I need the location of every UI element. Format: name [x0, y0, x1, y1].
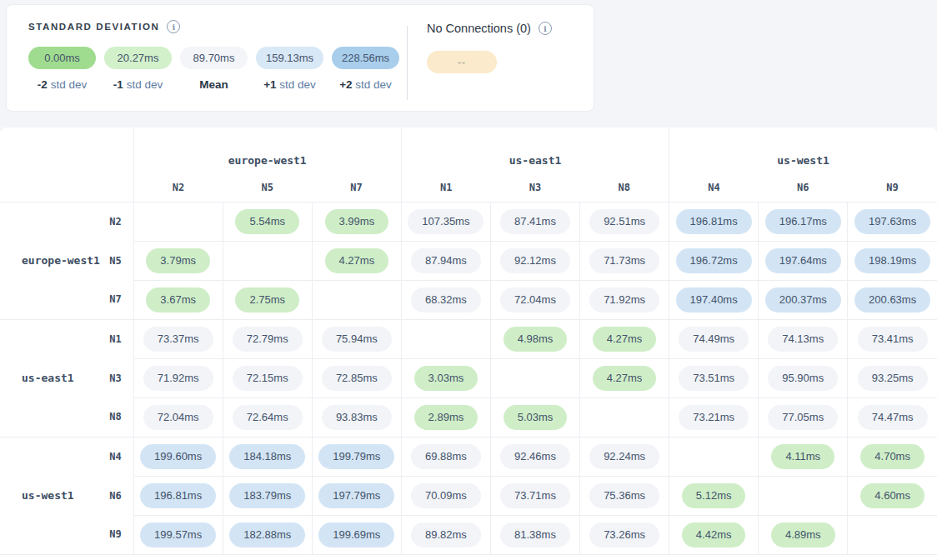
latency-pill[interactable]: 71.92ms: [589, 288, 659, 312]
latency-pill[interactable]: 197.79ms: [318, 483, 394, 508]
latency-pill[interactable]: 184.18ms: [229, 444, 305, 469]
latency-cell: [580, 398, 669, 437]
latency-pill[interactable]: 107.35ms: [408, 209, 484, 234]
latency-pill[interactable]: 5.03ms: [504, 405, 568, 430]
latency-pill[interactable]: 72.64ms: [233, 405, 303, 430]
latency-cell: 199.69ms: [312, 515, 401, 554]
latency-cell: 72.79ms: [223, 319, 312, 358]
latency-pill[interactable]: 199.57ms: [140, 522, 216, 548]
row-header-n9: N9: [0, 515, 133, 554]
latency-pill[interactable]: 196.81ms: [676, 209, 752, 234]
latency-cell: 4.60ms: [848, 476, 937, 515]
latency-cell: 70.09ms: [401, 476, 490, 515]
latency-pill[interactable]: 92.24ms: [589, 444, 659, 469]
latency-pill[interactable]: 93.25ms: [858, 366, 928, 391]
latency-pill[interactable]: 93.83ms: [322, 405, 392, 430]
latency-pill[interactable]: 200.63ms: [854, 288, 930, 312]
latency-pill[interactable]: 87.41ms: [500, 209, 570, 234]
latency-pill[interactable]: 75.94ms: [322, 327, 392, 352]
latency-pill[interactable]: 77.05ms: [768, 405, 838, 430]
latency-cell: 73.26ms: [580, 515, 669, 554]
latency-cell: 3.03ms: [401, 358, 490, 398]
latency-cell: 75.36ms: [580, 476, 669, 515]
latency-pill[interactable]: 4.60ms: [860, 483, 924, 508]
latency-pill[interactable]: 73.51ms: [679, 366, 749, 391]
column-header-n5: N5: [223, 174, 312, 202]
latency-pill[interactable]: 4.27ms: [325, 248, 389, 273]
latency-pill[interactable]: 2.89ms: [414, 405, 479, 430]
row-header-n7: N7: [0, 280, 133, 319]
latency-pill[interactable]: 72.85ms: [322, 366, 392, 391]
latency-cell: 197.40ms: [669, 280, 759, 319]
latency-cell: 5.54ms: [223, 202, 312, 241]
latency-pill[interactable]: 197.40ms: [676, 288, 752, 312]
latency-pill[interactable]: 4.89ms: [771, 522, 835, 548]
latency-pill[interactable]: 3.67ms: [146, 288, 210, 312]
latency-pill[interactable]: 74.13ms: [768, 327, 838, 352]
latency-cell: 4.98ms: [490, 319, 579, 358]
latency-cell: 81.38ms: [490, 515, 579, 554]
latency-pill[interactable]: 73.41ms: [858, 327, 928, 352]
latency-pill[interactable]: 74.49ms: [679, 327, 749, 352]
latency-pill[interactable]: 72.79ms: [233, 327, 303, 352]
latency-pill[interactable]: 199.60ms: [140, 444, 216, 469]
latency-pill[interactable]: 4.98ms: [504, 327, 568, 352]
latency-pill[interactable]: 199.69ms: [318, 522, 394, 548]
latency-pill[interactable]: 71.73ms: [589, 248, 659, 273]
latency-pill[interactable]: 92.51ms: [589, 209, 659, 234]
latency-pill[interactable]: 73.37ms: [143, 327, 213, 352]
latency-cell: 183.79ms: [223, 476, 312, 515]
latency-pill[interactable]: 196.81ms: [140, 483, 216, 508]
latency-pill[interactable]: 182.88ms: [229, 522, 305, 548]
latency-pill[interactable]: 73.26ms: [589, 522, 659, 548]
latency-pill[interactable]: 5.12ms: [682, 483, 746, 508]
latency-pill[interactable]: 92.12ms: [500, 248, 570, 273]
table-row: N7 3.67ms 2.75ms 68.32ms 72.04ms 71.92ms…: [0, 280, 937, 319]
table-row: N1 73.37ms 72.79ms 75.94ms 4.98ms 4.27ms…: [0, 319, 937, 358]
column-group-us-west1: us-west1: [669, 128, 937, 174]
legend-stop-label: +2 std dev: [339, 78, 392, 91]
info-icon[interactable]: i: [539, 22, 552, 35]
latency-pill[interactable]: 198.19ms: [854, 248, 930, 273]
latency-pill[interactable]: 4.11ms: [771, 444, 834, 469]
latency-pill[interactable]: 4.27ms: [593, 366, 657, 391]
latency-pill[interactable]: 197.64ms: [765, 248, 841, 273]
latency-pill[interactable]: 197.63ms: [854, 209, 930, 234]
latency-pill[interactable]: 5.54ms: [235, 209, 299, 234]
latency-pill[interactable]: 72.04ms: [500, 288, 570, 312]
latency-pill[interactable]: 200.37ms: [765, 288, 841, 312]
latency-cell: 72.04ms: [490, 280, 579, 319]
latency-pill[interactable]: 81.38ms: [500, 522, 570, 548]
latency-pill[interactable]: 70.09ms: [411, 483, 481, 508]
latency-pill[interactable]: 75.36ms: [589, 483, 659, 508]
latency-pill[interactable]: 196.72ms: [676, 248, 752, 273]
latency-pill[interactable]: 73.71ms: [500, 483, 570, 508]
latency-pill[interactable]: 3.03ms: [414, 366, 479, 391]
latency-pill[interactable]: 199.79ms: [318, 444, 394, 469]
latency-pill[interactable]: 4.27ms: [593, 327, 657, 352]
latency-pill[interactable]: 183.79ms: [229, 483, 305, 508]
latency-pill[interactable]: 73.21ms: [679, 405, 749, 430]
latency-pill[interactable]: 95.90ms: [768, 366, 838, 391]
latency-pill[interactable]: 71.92ms: [143, 366, 213, 391]
latency-pill[interactable]: 87.94ms: [411, 248, 481, 273]
latency-pill[interactable]: 196.17ms: [765, 209, 841, 234]
latency-cell: 199.60ms: [133, 437, 223, 476]
latency-pill[interactable]: 92.46ms: [500, 444, 570, 469]
latency-pill[interactable]: 74.47ms: [858, 405, 928, 430]
legend-pills-row: 0.00ms -2 std dev 20.27ms -1 std dev 89.…: [28, 47, 407, 91]
latency-pill[interactable]: 72.04ms: [143, 405, 213, 430]
latency-pill[interactable]: 4.42ms: [682, 522, 746, 548]
info-icon[interactable]: i: [167, 20, 180, 33]
latency-pill[interactable]: 68.32ms: [411, 288, 481, 312]
row-node-label: N9: [109, 528, 121, 540]
latency-pill[interactable]: 4.70ms: [860, 444, 924, 469]
latency-pill[interactable]: 89.82ms: [411, 522, 481, 548]
latency-pill[interactable]: 2.75ms: [235, 288, 299, 312]
legend-stop-label: -2 std dev: [38, 78, 87, 91]
latency-pill[interactable]: 72.15ms: [233, 366, 303, 391]
latency-cell: 4.27ms: [580, 358, 669, 398]
latency-pill[interactable]: 3.99ms: [325, 209, 389, 234]
latency-pill[interactable]: 3.79ms: [146, 248, 210, 273]
latency-pill[interactable]: 69.88ms: [411, 444, 481, 469]
